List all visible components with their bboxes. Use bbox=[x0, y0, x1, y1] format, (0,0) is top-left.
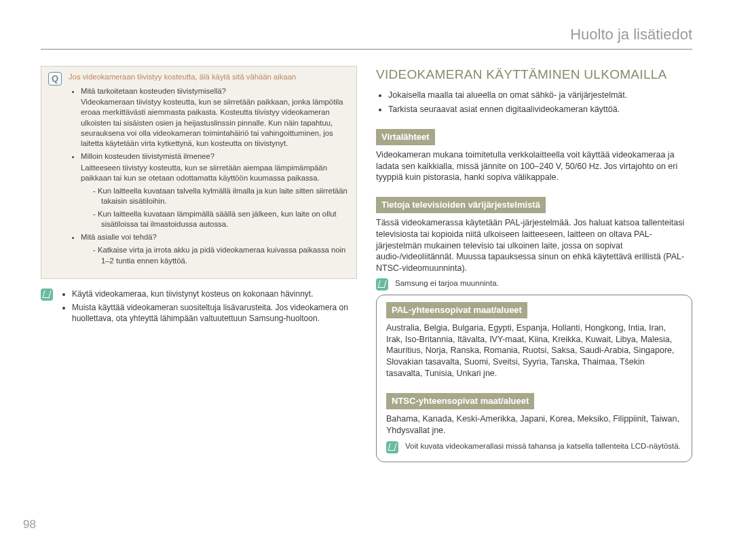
page-header: Huolto ja lisätiedot bbox=[41, 24, 692, 50]
moisture-notice-body: Jos videokameraan tiivistyy kosteutta, ä… bbox=[69, 72, 350, 270]
tip-1: Käytä videokameraa, kun tiivistynyt kost… bbox=[72, 288, 357, 299]
pal-countries: Australia, Belgia, Bulgaria, Egypti, Esp… bbox=[386, 322, 682, 379]
intro-bullet-2: Tarkista seuraavat asiat ennen digitaali… bbox=[388, 104, 692, 115]
tv-systems-note-text: Samsung ei tarjoa muunninta. bbox=[395, 278, 499, 289]
power-sources-heading: Virtalähteet bbox=[376, 129, 435, 145]
question-2: Milloin kosteuden tiivistymistä ilmenee?… bbox=[81, 151, 350, 229]
lcd-note: Voit kuvata videokamerallasi missä tahan… bbox=[386, 441, 682, 453]
search-icon: Q bbox=[48, 72, 62, 86]
ntsc-heading: NTSC-yhteensopivat maat/alueet bbox=[386, 393, 534, 409]
question-2-text: Milloin kosteuden tiivistymistä ilmenee? bbox=[81, 152, 214, 160]
ntsc-countries: Bahama, Kanada, Keski-Amerikka, Japani, … bbox=[386, 413, 682, 436]
usage-tips-note: Käytä videokameraa, kun tiivistynyt kost… bbox=[41, 288, 357, 327]
moisture-notice-title: Jos videokameraan tiivistyy kosteutta, ä… bbox=[69, 72, 350, 82]
intro-bullet-1: Jokaisella maalla tai alueella on omat s… bbox=[388, 90, 692, 101]
tv-systems-note: Samsung ei tarjoa muunninta. bbox=[376, 278, 692, 291]
answer-2-text: Laitteeseen tiivistyy kosteutta, kun se … bbox=[81, 163, 350, 184]
note-icon bbox=[376, 278, 388, 291]
note-icon bbox=[386, 441, 398, 453]
right-column: VIDEOKAMERAN KÄYTTÄMINEN ULKOMAILLA Joka… bbox=[376, 66, 692, 463]
question-1: Mitä tarkoitetaan kosteuden tiivistymise… bbox=[81, 86, 350, 149]
answer-2-dash-1: Kun laitteella kuvataan talvella kylmäll… bbox=[93, 186, 350, 207]
question-3-text: Mitä asialle voi tehdä? bbox=[81, 233, 157, 241]
note-icon bbox=[41, 288, 53, 301]
moisture-notice-box: Q Jos videokameraan tiivistyy kosteutta,… bbox=[41, 66, 357, 279]
tv-systems-paragraph: Tässä videokamerassa käytetään PAL-järje… bbox=[376, 217, 692, 274]
page-number: 98 bbox=[23, 517, 36, 533]
abroad-section-title: VIDEOKAMERAN KÄYTTÄMINEN ULKOMAILLA bbox=[376, 66, 692, 83]
answer-1-text: Videokameraan tiivistyy kosteutta, kun s… bbox=[81, 97, 350, 149]
question-1-text: Mitä tarkoitetaan kosteuden tiivistymise… bbox=[81, 87, 226, 95]
power-sources-paragraph: Videokameran mukana toimitetulla verkkol… bbox=[376, 149, 692, 184]
compatibility-box: PAL-yhteensopivat maat/alueet Australia,… bbox=[376, 295, 692, 462]
pal-heading: PAL-yhteensopivat maat/alueet bbox=[386, 302, 527, 318]
tip-2: Muista käyttää videokameran suositeltuja… bbox=[72, 302, 357, 324]
lcd-note-text: Voit kuvata videokamerallasi missä tahan… bbox=[405, 441, 681, 452]
answer-2-dash-2: Kun laitteella kuvataan lämpimällä sääll… bbox=[93, 209, 350, 230]
left-column: Q Jos videokameraan tiivistyy kosteutta,… bbox=[41, 66, 357, 463]
question-3: Mitä asialle voi tehdä? Katkaise virta j… bbox=[81, 232, 350, 266]
answer-3-dash-1: Katkaise virta ja irrota akku ja pidä vi… bbox=[93, 245, 350, 266]
tv-systems-heading: Tietoja televisioiden värijärjestelmistä bbox=[376, 197, 546, 213]
page-content: Q Jos videokameraan tiivistyy kosteutta,… bbox=[41, 66, 692, 463]
